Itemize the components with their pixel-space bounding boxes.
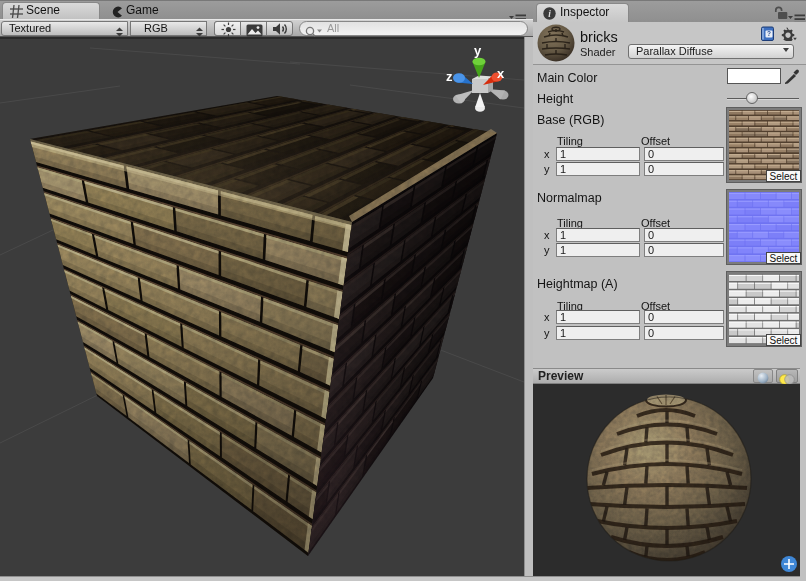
svg-text:i: i: [548, 9, 551, 19]
svg-text:x: x: [497, 66, 505, 81]
svg-text:y: y: [474, 43, 482, 58]
svg-text:?: ?: [767, 30, 771, 37]
svg-text:z: z: [446, 69, 453, 84]
